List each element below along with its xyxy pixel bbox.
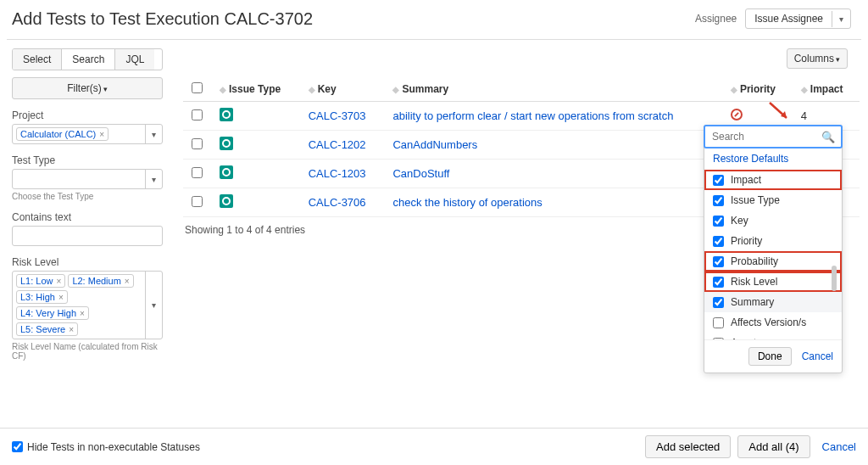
sort-icon[interactable]: ◆ <box>731 85 737 94</box>
column-option-label: Risk Level <box>731 276 777 288</box>
column-option[interactable]: Probability <box>704 251 842 272</box>
column-option-label: Affects Version/s <box>731 317 806 328</box>
columns-dropdown: 🔍 Restore Defaults ImpactIssue TypeKeyPr… <box>704 125 843 373</box>
column-option-checkbox[interactable] <box>713 256 724 267</box>
project-chip[interactable]: Calculator (CALC)× <box>16 127 108 141</box>
sort-icon[interactable]: ◆ <box>309 85 315 94</box>
chevron-down-icon[interactable]: ▾ <box>145 170 162 188</box>
column-option-checkbox[interactable] <box>713 317 724 328</box>
tab-jql[interactable]: JQL <box>115 49 154 70</box>
risk-level-field[interactable]: L1: Low× L2: Medium× L3: High× L4: Very … <box>12 271 163 339</box>
issue-summary-link[interactable]: check the history of operations <box>392 196 542 209</box>
row-checkbox[interactable] <box>192 138 203 149</box>
chevron-down-icon[interactable]: ▾ <box>145 125 162 143</box>
column-option-checkbox[interactable] <box>713 236 724 247</box>
test-type-icon <box>220 194 233 208</box>
column-option-label: Asset <box>731 337 756 339</box>
issue-key-link[interactable]: CALC-3706 <box>309 196 366 209</box>
close-icon[interactable]: × <box>80 309 85 318</box>
column-option-label: Issue Type <box>731 194 780 206</box>
column-option[interactable]: Issue Type <box>704 190 842 210</box>
cancel-link[interactable]: Cancel <box>822 440 856 453</box>
column-option-label: Key <box>731 215 748 227</box>
close-icon[interactable]: × <box>99 130 104 139</box>
issue-summary-link[interactable]: CanDoStuff <box>392 167 449 180</box>
close-icon[interactable]: × <box>58 293 64 302</box>
risk-chip[interactable]: L2: Medium× <box>68 274 133 288</box>
column-option-label: Impact <box>731 174 761 186</box>
issue-key-link[interactable]: CALC-1203 <box>309 167 366 180</box>
column-option[interactable]: Affects Version/s <box>704 312 842 333</box>
column-option[interactable]: Priority <box>704 231 842 251</box>
risk-chip[interactable]: L3: High× <box>16 290 68 304</box>
issue-key-link[interactable]: CALC-1202 <box>309 138 366 151</box>
column-option-label: Priority <box>731 235 762 247</box>
close-icon[interactable]: × <box>57 277 62 286</box>
row-checkbox[interactable] <box>192 196 203 207</box>
bottom-bar: Hide Tests in non-executable Statuses Ad… <box>0 428 868 465</box>
select-all-checkbox[interactable] <box>192 82 203 93</box>
project-label: Project <box>12 109 163 121</box>
test-type-field[interactable]: ▾ <box>12 169 163 189</box>
row-checkbox[interactable] <box>192 167 203 178</box>
filters-button[interactable]: Filter(s)▾ <box>12 77 163 99</box>
col-key[interactable]: Key <box>318 83 337 95</box>
contains-input[interactable] <box>12 226 163 246</box>
column-option-checkbox[interactable] <box>713 277 724 288</box>
risk-chip[interactable]: L5: Severe× <box>16 322 78 336</box>
risk-chip[interactable]: L1: Low× <box>16 274 65 288</box>
assignee-select[interactable]: Issue Assignee ▾ <box>745 8 851 29</box>
column-option-checkbox[interactable] <box>713 216 724 227</box>
col-summary[interactable]: Summary <box>402 83 448 95</box>
column-option[interactable]: Asset <box>704 333 842 339</box>
column-option-label: Summary <box>731 296 774 308</box>
add-selected-button[interactable]: Add selected <box>645 435 731 458</box>
column-option[interactable]: Impact <box>704 170 842 190</box>
close-icon[interactable]: × <box>69 325 74 334</box>
column-option-checkbox[interactable] <box>713 338 724 340</box>
row-checkbox[interactable] <box>192 109 203 120</box>
hide-tests-checkbox[interactable]: Hide Tests in non-executable Statuses <box>12 441 200 453</box>
col-impact[interactable]: Impact <box>810 83 843 95</box>
risk-chip[interactable]: L4: Very High× <box>16 306 89 320</box>
restore-defaults-link[interactable]: Restore Defaults <box>704 148 842 170</box>
priority-icon <box>731 109 743 120</box>
column-option[interactable]: Summary <box>704 292 842 312</box>
sort-icon[interactable]: ◆ <box>801 85 808 94</box>
col-priority[interactable]: Priority <box>740 83 776 95</box>
hide-tests-cb-input[interactable] <box>12 441 23 452</box>
chevron-down-icon[interactable]: ▾ <box>145 272 162 339</box>
columns-search-input[interactable] <box>709 130 819 143</box>
assignee-label: Assignee <box>695 13 737 25</box>
contains-label: Contains text <box>12 211 163 223</box>
column-option-label: Probability <box>731 255 778 267</box>
issue-summary-link[interactable]: ability to perform clear / start new ope… <box>392 109 673 122</box>
chevron-down-icon: ▾ <box>832 11 850 27</box>
sort-icon[interactable]: ◆ <box>392 85 399 94</box>
risk-level-label: Risk Level <box>12 256 163 268</box>
assignee-value: Issue Assignee <box>746 9 832 28</box>
issue-summary-link[interactable]: CanAddNumbers <box>392 138 477 151</box>
add-all-button[interactable]: Add all (4) <box>737 435 810 458</box>
column-option-checkbox[interactable] <box>713 195 724 206</box>
close-icon[interactable]: × <box>125 277 130 286</box>
columns-cancel-link[interactable]: Cancel <box>802 350 833 362</box>
dialog-title: Add Tests to Test Execution CALC-3702 <box>12 9 313 29</box>
columns-button[interactable]: Columns▾ <box>787 48 848 69</box>
tab-select[interactable]: Select <box>13 49 62 70</box>
column-option-checkbox[interactable] <box>713 297 724 308</box>
col-issue-type[interactable]: Issue Type <box>229 83 281 95</box>
test-type-icon <box>220 108 233 121</box>
column-option[interactable]: Risk Level <box>704 272 842 292</box>
tab-search[interactable]: Search <box>62 49 115 70</box>
project-field[interactable]: Calculator (CALC)× ▾ <box>12 124 163 144</box>
issue-key-link[interactable]: CALC-3703 <box>309 109 366 122</box>
search-icon: 🔍 <box>819 131 837 143</box>
filters-label: Filter(s) <box>67 82 102 94</box>
column-option[interactable]: Key <box>704 210 842 231</box>
chevron-down-icon: ▾ <box>836 55 840 64</box>
columns-done-button[interactable]: Done <box>748 347 792 366</box>
column-option-checkbox[interactable] <box>713 175 724 186</box>
sort-icon[interactable]: ◆ <box>220 85 226 94</box>
scrollbar[interactable] <box>832 266 837 291</box>
